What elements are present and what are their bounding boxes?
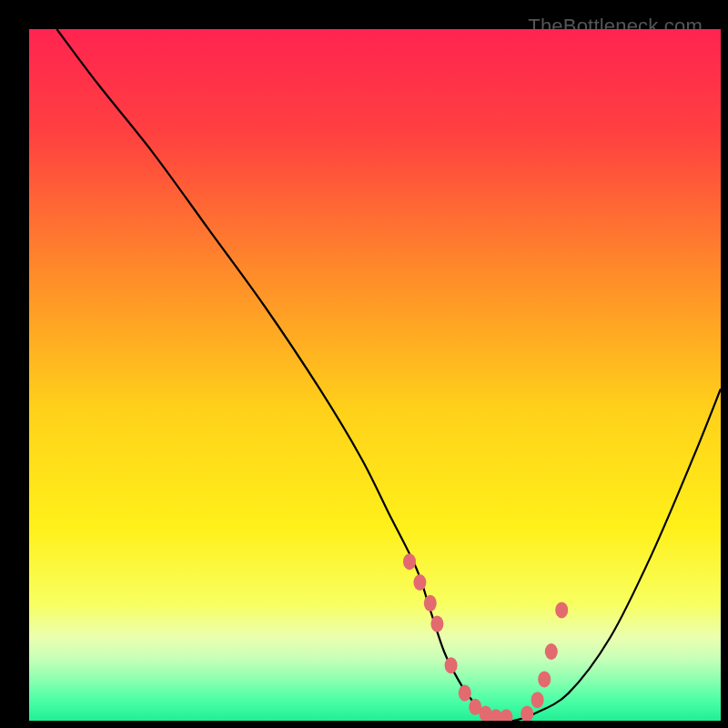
marker-dot (531, 692, 544, 708)
marker-dot (538, 671, 551, 687)
marker-dot (459, 685, 471, 702)
bottleneck-chart (29, 29, 721, 721)
gradient-background (29, 29, 721, 721)
marker-dot (403, 553, 416, 570)
marker-dot (424, 595, 437, 612)
chart-frame: TheBottleneck.com (11, 11, 717, 717)
marker-dot (413, 574, 426, 591)
marker-dot (545, 643, 558, 660)
marker-dot (430, 616, 443, 632)
marker-dot (445, 657, 458, 673)
marker-dot (555, 602, 568, 618)
